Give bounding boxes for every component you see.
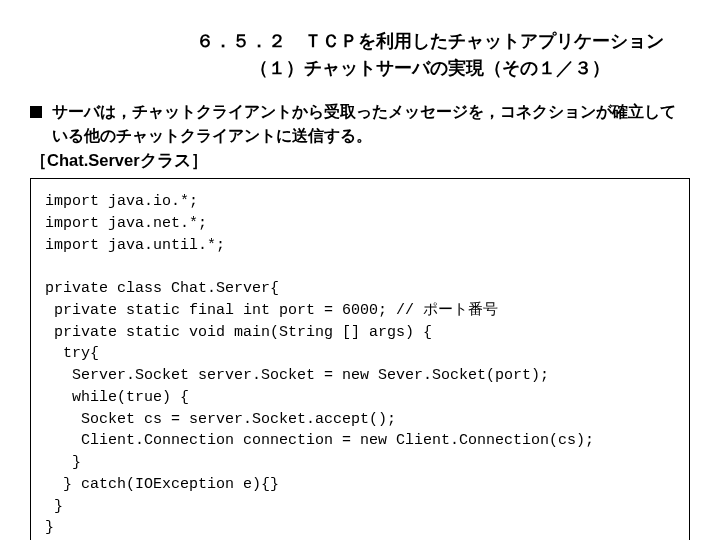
class-name-label: ［Chat.Serverクラス］ — [30, 150, 690, 172]
square-bullet-icon — [30, 106, 42, 118]
code-content: import java.io.*; import java.net.*; imp… — [45, 193, 594, 536]
code-listing: import java.io.*; import java.net.*; imp… — [30, 178, 690, 540]
bullet-item: サーバは，チャットクライアントから受取ったメッセージを，コネクションが確立してい… — [30, 100, 690, 148]
section-heading: ６．５．２ ＴＣＰを利用したチャットアプリケーション （１）チャットサーバの実現… — [0, 28, 720, 82]
bullet-text: サーバは，チャットクライアントから受取ったメッセージを，コネクションが確立してい… — [52, 100, 690, 148]
heading-line-1: ６．５．２ ＴＣＰを利用したチャットアプリケーション — [180, 28, 680, 55]
heading-line-2: （１）チャットサーバの実現（その１／３） — [180, 55, 680, 82]
